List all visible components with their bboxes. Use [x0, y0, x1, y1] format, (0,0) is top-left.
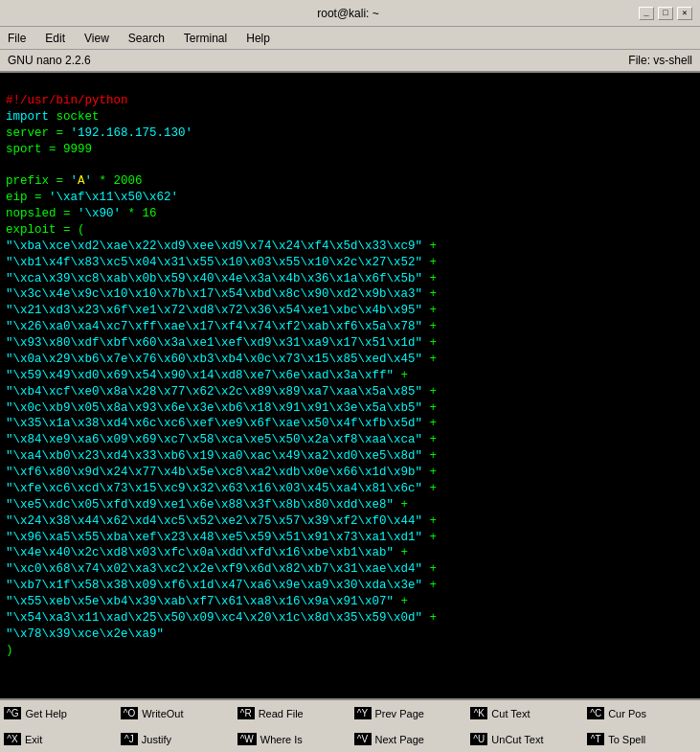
shortcut-key-prev-page: ^Y [354, 707, 372, 719]
shortcut-exit[interactable]: ^X Exit [0, 726, 117, 752]
nano-version: GNU nano 2.2.6 [8, 54, 91, 67]
editor-area[interactable]: #!/usr/bin/python import socket server =… [0, 73, 700, 698]
shortcut-key-writeout: ^O [121, 707, 138, 719]
shortcut-key-where-is: ^W [237, 733, 257, 745]
shortcut-key-justify: ^J [121, 733, 138, 745]
shortcut-label-read-file: Read File [259, 708, 304, 719]
shortcut-key-next-page: ^V [354, 733, 372, 745]
shortcut-label-exit: Exit [25, 734, 42, 745]
menu-view[interactable]: View [80, 30, 113, 47]
shortcut-label-next-page: Next Page [375, 734, 424, 745]
shortcut-label-writeout: WriteOut [142, 708, 183, 719]
shortcut-key-to-spell: ^T [587, 733, 604, 745]
titlebar-title: root@kali: ~ [57, 7, 639, 20]
menu-help[interactable]: Help [242, 30, 274, 47]
close-button[interactable]: ✕ [677, 7, 692, 20]
shortcut-label-prev-page: Prev Page [375, 708, 424, 719]
shortcut-key-get-help: ^G [4, 707, 21, 719]
minimize-button[interactable]: _ [639, 7, 654, 20]
shortcut-key-cur-pos: ^C [587, 707, 604, 719]
menu-terminal[interactable]: Terminal [180, 30, 231, 47]
shortcut-key-uncut-text: ^U [470, 733, 487, 745]
shortcut-label-to-spell: To Spell [608, 734, 645, 745]
menu-edit[interactable]: Edit [41, 30, 69, 47]
shortcut-to-spell[interactable]: ^T To Spell [583, 726, 700, 752]
nano-filename: File: vs-shell [628, 54, 692, 67]
menu-file[interactable]: File [4, 30, 30, 47]
shortcut-cut-text[interactable]: ^K Cut Text [466, 700, 583, 726]
menubar: File Edit View Search Terminal Help [0, 27, 700, 50]
menu-search[interactable]: Search [124, 30, 169, 47]
shortcut-label-uncut-text: UnCut Text [491, 734, 543, 745]
shortcut-read-file[interactable]: ^R Read File [234, 700, 350, 726]
shortcut-next-page[interactable]: ^V Next Page [350, 726, 467, 752]
titlebar: root@kali: ~ _ □ ✕ [0, 0, 700, 27]
shortcut-label-justify: Justify [142, 734, 171, 745]
shortcut-writeout[interactable]: ^O WriteOut [117, 700, 234, 726]
shortcut-label-get-help: Get Help [25, 708, 66, 719]
shortcut-where-is[interactable]: ^W Where Is [234, 726, 350, 752]
shortcut-prev-page[interactable]: ^Y Prev Page [350, 700, 467, 726]
shortcut-get-help[interactable]: ^G Get Help [0, 700, 117, 726]
shortcut-justify[interactable]: ^J Justify [117, 726, 234, 752]
shortcut-key-read-file: ^R [237, 707, 255, 719]
shortcut-label-cut-text: Cut Text [491, 708, 530, 719]
shortcut-label-where-is: Where Is [260, 734, 303, 745]
shortcut-key-cut-text: ^K [470, 707, 487, 719]
shortcuts-bar: ^G Get Help ^O WriteOut ^R Read File ^Y … [0, 698, 700, 752]
shortcut-label-cur-pos: Cur Pos [608, 708, 646, 719]
titlebar-controls[interactable]: _ □ ✕ [639, 7, 692, 20]
shortcut-cur-pos[interactable]: ^C Cur Pos [583, 700, 700, 726]
shortcut-key-exit: ^X [4, 733, 21, 745]
nano-header: GNU nano 2.2.6 File: vs-shell [0, 50, 700, 73]
shortcut-uncut-text[interactable]: ^U UnCut Text [466, 726, 583, 752]
maximize-button[interactable]: □ [658, 7, 673, 20]
